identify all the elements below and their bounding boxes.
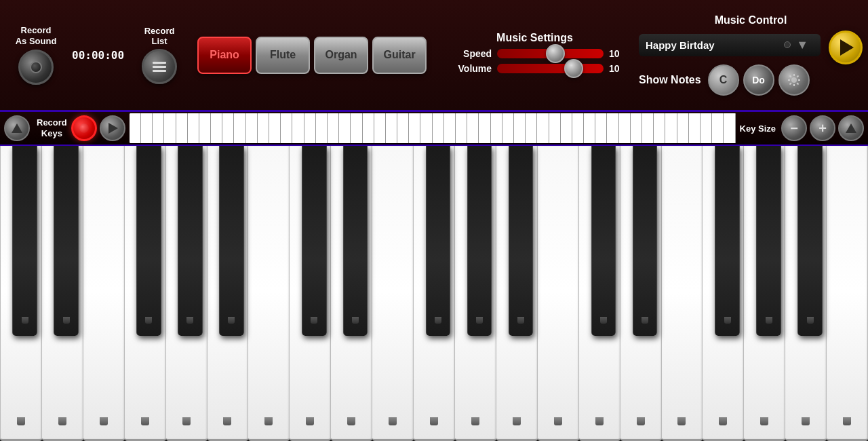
show-notes-label: Show Notes — [639, 74, 701, 86]
volume-slider-row: Volume 10 — [444, 63, 625, 74]
black-key[interactable] — [178, 146, 203, 336]
play-keys-icon — [108, 123, 118, 134]
black-key[interactable] — [54, 146, 79, 336]
svg-line-7 — [797, 76, 798, 77]
black-key[interactable] — [12, 146, 37, 336]
black-key-notch — [642, 317, 648, 324]
record-button-inner — [30, 61, 42, 73]
white-key-notch — [677, 417, 686, 425]
black-key[interactable] — [219, 146, 244, 336]
black-key-notch — [600, 317, 607, 324]
black-key-notch — [476, 317, 483, 324]
black-key[interactable] — [715, 146, 740, 336]
music-control-title: Music Control — [639, 14, 863, 26]
record-list-label: RecordList — [144, 26, 175, 46]
middle-bar: RecordKeys Key Size − + — [0, 112, 868, 146]
play-button[interactable] — [829, 31, 863, 64]
key-size-up-button[interactable] — [838, 115, 864, 141]
white-key-notch — [58, 417, 66, 425]
black-key[interactable] — [756, 146, 781, 336]
white-key-notch — [141, 417, 149, 425]
black-key[interactable] — [343, 146, 368, 336]
guitar-button[interactable]: Guitar — [372, 37, 427, 74]
white-key-notch — [100, 417, 108, 425]
white-key-notch — [182, 417, 191, 425]
volume-knob[interactable] — [564, 59, 583, 78]
song-selector[interactable]: Happy Birtday ▼ — [639, 34, 821, 56]
speed-slider-row: Speed 10 — [444, 48, 625, 59]
record-list-section: RecordList — [132, 26, 186, 84]
black-key[interactable] — [509, 146, 534, 336]
svg-line-6 — [797, 83, 798, 84]
black-key-notch — [186, 317, 193, 324]
black-key[interactable] — [426, 146, 451, 336]
black-key[interactable] — [797, 146, 823, 336]
piano-keyboard — [0, 146, 868, 441]
key-size-increase-button[interactable]: + — [810, 115, 835, 141]
timer-display: 00:00:00 — [72, 49, 124, 62]
record-keys-button[interactable] — [71, 115, 97, 141]
record-as-sound-label: RecordAs Sound — [16, 25, 57, 46]
white-key-notch — [17, 417, 25, 425]
key-size-section: Key Size − + — [740, 115, 864, 141]
play-icon — [840, 39, 854, 56]
white-key-notch — [306, 417, 314, 425]
white-key-notch — [595, 417, 604, 425]
svg-line-5 — [789, 76, 791, 77]
song-dot — [784, 41, 791, 48]
black-key-notch — [517, 317, 524, 324]
white-key-notch — [760, 417, 768, 425]
note-sun-button[interactable] — [778, 64, 810, 96]
speed-slider-track[interactable] — [497, 49, 604, 58]
black-key-notch — [228, 317, 235, 324]
record-list-button[interactable] — [142, 49, 177, 84]
list-icon — [153, 62, 166, 72]
play-keys-button[interactable] — [100, 115, 125, 141]
speed-knob[interactable] — [546, 44, 565, 63]
piano-button[interactable]: Piano — [197, 37, 252, 74]
key-size-label: Key Size — [740, 123, 776, 134]
svg-line-8 — [789, 83, 791, 84]
black-key[interactable] — [633, 146, 658, 336]
black-key-notch — [766, 317, 772, 324]
black-key[interactable] — [136, 146, 161, 336]
top-bar: RecordAs Sound 00:00:00 RecordList Piano… — [0, 0, 868, 112]
organ-button[interactable]: Organ — [314, 37, 368, 74]
black-key[interactable] — [467, 146, 492, 336]
nav-up-button[interactable] — [4, 115, 30, 141]
white-key-notch — [430, 417, 438, 425]
black-key-notch — [724, 317, 731, 324]
nav-up-icon — [12, 123, 22, 133]
black-key-notch — [435, 317, 441, 324]
black-key-notch — [22, 317, 28, 324]
key-size-decrease-button[interactable]: − — [781, 115, 807, 141]
instrument-buttons: Piano Flute Organ Guitar — [197, 37, 427, 74]
white-key-notch — [264, 417, 273, 425]
black-keys-overlay — [0, 146, 868, 336]
black-key-notch — [311, 317, 317, 324]
volume-slider-track[interactable] — [497, 64, 604, 73]
record-as-sound-button[interactable] — [18, 50, 54, 85]
volume-value: 10 — [609, 63, 625, 74]
song-name: Happy Birtday — [646, 39, 784, 51]
note-do-button[interactable]: Do — [743, 64, 774, 96]
record-as-sound-section: RecordAs Sound — [5, 25, 66, 84]
volume-label: Volume — [444, 63, 492, 74]
black-key-notch — [145, 317, 152, 324]
note-c-button[interactable]: C — [708, 64, 739, 96]
black-key[interactable] — [302, 146, 327, 336]
white-key-notch — [719, 417, 727, 425]
record-keys-icon — [79, 123, 89, 133]
white-key-notch — [471, 417, 479, 425]
white-key-notch — [347, 417, 355, 425]
mini-white-keys — [130, 113, 736, 143]
dropdown-arrow-icon[interactable]: ▼ — [796, 38, 808, 52]
flute-button[interactable]: Flute — [256, 37, 310, 74]
white-key-notch — [389, 417, 397, 425]
white-key-notch — [554, 417, 562, 425]
record-keys-label: RecordKeys — [37, 117, 67, 138]
black-key[interactable] — [591, 146, 616, 336]
speed-label: Speed — [444, 48, 492, 59]
speed-value: 10 — [609, 48, 625, 59]
black-key-notch — [352, 317, 359, 324]
